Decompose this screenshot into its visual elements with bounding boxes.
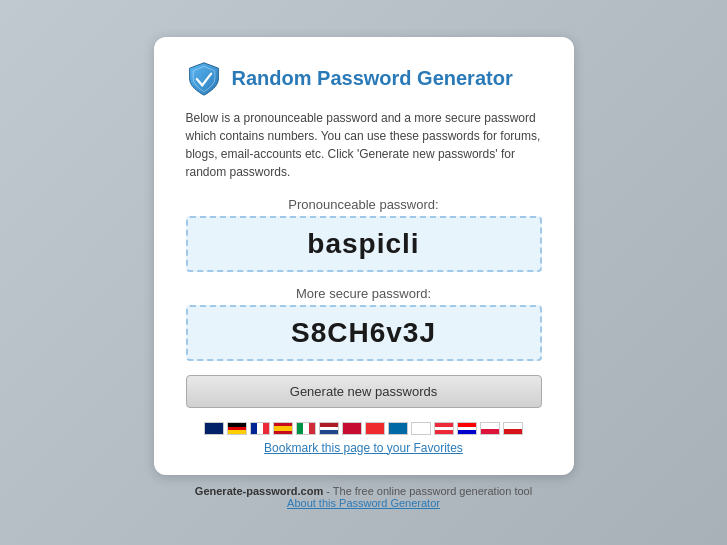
footer: Generate-password.com - The free online … xyxy=(195,485,532,509)
flag-dk[interactable] xyxy=(342,422,362,435)
flag-cz[interactable] xyxy=(503,422,523,435)
pronounceable-password: baspicli xyxy=(307,228,419,259)
footer-separator: - The free online password generation to… xyxy=(323,485,532,497)
flag-se[interactable] xyxy=(388,422,408,435)
secure-label: More secure password: xyxy=(186,286,542,301)
flag-pl[interactable] xyxy=(480,422,500,435)
bookmark-link[interactable]: Bookmark this page to your Favorites xyxy=(264,441,463,455)
flag-at[interactable] xyxy=(434,422,454,435)
main-card: Random Password Generator Below is a pro… xyxy=(154,37,574,475)
flag-fi[interactable] xyxy=(411,422,431,435)
footer-site: Generate-password.com xyxy=(195,485,323,497)
pronounceable-label: Pronounceable password: xyxy=(186,197,542,212)
card-header: Random Password Generator xyxy=(186,61,542,97)
flag-hr[interactable] xyxy=(457,422,477,435)
pronounceable-password-box: baspicli xyxy=(186,216,542,272)
flag-es[interactable] xyxy=(273,422,293,435)
shield-icon xyxy=(186,61,222,97)
card-description: Below is a pronounceable password and a … xyxy=(186,109,542,181)
page-title: Random Password Generator xyxy=(232,67,513,90)
about-link[interactable]: About this Password Generator xyxy=(287,497,440,509)
flag-no[interactable] xyxy=(365,422,385,435)
flag-nl[interactable] xyxy=(319,422,339,435)
flag-it[interactable] xyxy=(296,422,316,435)
flag-gb[interactable] xyxy=(204,422,224,435)
bookmark-link-container: Bookmark this page to your Favorites xyxy=(186,441,542,455)
generate-button[interactable]: Generate new passwords xyxy=(186,375,542,408)
flag-fr[interactable] xyxy=(250,422,270,435)
secure-password: S8CH6v3J xyxy=(291,317,436,348)
flag-de[interactable] xyxy=(227,422,247,435)
secure-password-box: S8CH6v3J xyxy=(186,305,542,361)
flags-row xyxy=(186,422,542,435)
